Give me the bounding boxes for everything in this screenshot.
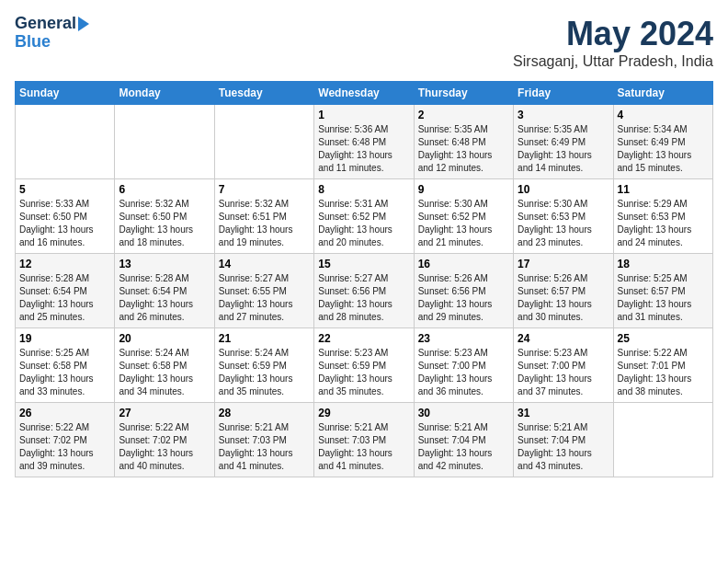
day-info: Sunrise: 5:30 AM Sunset: 6:52 PM Dayligh… [418, 198, 509, 249]
day-number: 27 [119, 407, 210, 419]
day-number: 19 [19, 332, 110, 345]
day-number: 5 [19, 183, 110, 196]
calendar-cell: 13Sunrise: 5:28 AM Sunset: 6:54 PM Dayli… [115, 254, 214, 328]
day-info: Sunrise: 5:21 AM Sunset: 7:03 PM Dayligh… [318, 421, 409, 473]
calendar-cell: 1Sunrise: 5:36 AM Sunset: 6:48 PM Daylig… [314, 105, 414, 179]
calendar-cell: 8Sunrise: 5:31 AM Sunset: 6:52 PM Daylig… [314, 179, 414, 254]
calendar-cell: 20Sunrise: 5:24 AM Sunset: 6:58 PM Dayli… [115, 328, 214, 403]
col-header-saturday: Saturday [613, 82, 712, 105]
day-number: 21 [219, 332, 310, 345]
calendar-header-row: SundayMondayTuesdayWednesdayThursdayFrid… [16, 82, 713, 105]
calendar-cell: 14Sunrise: 5:27 AM Sunset: 6:55 PM Dayli… [214, 254, 313, 328]
calendar-cell: 16Sunrise: 5:26 AM Sunset: 6:56 PM Dayli… [414, 254, 513, 328]
day-number: 18 [618, 258, 709, 270]
day-info: Sunrise: 5:28 AM Sunset: 6:54 PM Dayligh… [119, 272, 210, 324]
calendar-cell [214, 105, 313, 179]
day-info: Sunrise: 5:23 AM Sunset: 7:00 PM Dayligh… [418, 347, 509, 398]
calendar-cell [613, 403, 712, 477]
logo: General Blue [15, 15, 89, 52]
calendar-cell: 28Sunrise: 5:21 AM Sunset: 7:03 PM Dayli… [214, 403, 313, 477]
day-info: Sunrise: 5:32 AM Sunset: 6:50 PM Dayligh… [119, 198, 210, 249]
calendar-cell: 4Sunrise: 5:34 AM Sunset: 6:49 PM Daylig… [613, 105, 712, 179]
calendar-cell: 24Sunrise: 5:23 AM Sunset: 7:00 PM Dayli… [514, 328, 613, 403]
day-info: Sunrise: 5:24 AM Sunset: 6:59 PM Dayligh… [219, 347, 310, 398]
day-number: 28 [219, 407, 310, 419]
day-number: 17 [518, 258, 609, 270]
day-number: 16 [418, 258, 509, 270]
day-number: 2 [418, 109, 509, 121]
calendar-cell: 30Sunrise: 5:21 AM Sunset: 7:04 PM Dayli… [414, 403, 513, 477]
day-info: Sunrise: 5:36 AM Sunset: 6:48 PM Dayligh… [318, 123, 409, 175]
calendar-week-row: 19Sunrise: 5:25 AM Sunset: 6:58 PM Dayli… [16, 328, 713, 403]
calendar-week-row: 1Sunrise: 5:36 AM Sunset: 6:48 PM Daylig… [16, 105, 713, 179]
col-header-thursday: Thursday [414, 82, 513, 105]
day-info: Sunrise: 5:35 AM Sunset: 6:49 PM Dayligh… [518, 123, 609, 175]
day-number: 9 [418, 183, 509, 196]
calendar-week-row: 5Sunrise: 5:33 AM Sunset: 6:50 PM Daylig… [16, 179, 713, 254]
title-block: May 2024 Sirsaganj, Uttar Pradesh, India [513, 15, 713, 70]
day-number: 3 [518, 109, 609, 121]
col-header-wednesday: Wednesday [314, 82, 414, 105]
logo-arrow-icon [78, 17, 89, 31]
day-number: 6 [119, 183, 210, 196]
day-info: Sunrise: 5:31 AM Sunset: 6:52 PM Dayligh… [318, 198, 409, 249]
calendar-cell: 31Sunrise: 5:21 AM Sunset: 7:04 PM Dayli… [514, 403, 613, 477]
day-info: Sunrise: 5:21 AM Sunset: 7:04 PM Dayligh… [418, 421, 509, 473]
day-info: Sunrise: 5:29 AM Sunset: 6:53 PM Dayligh… [618, 198, 709, 249]
calendar-cell: 15Sunrise: 5:27 AM Sunset: 6:56 PM Dayli… [314, 254, 414, 328]
calendar-cell: 7Sunrise: 5:32 AM Sunset: 6:51 PM Daylig… [214, 179, 313, 254]
day-number: 23 [418, 332, 509, 345]
col-header-tuesday: Tuesday [214, 82, 313, 105]
calendar-cell: 29Sunrise: 5:21 AM Sunset: 7:03 PM Dayli… [314, 403, 414, 477]
calendar-cell: 21Sunrise: 5:24 AM Sunset: 6:59 PM Dayli… [214, 328, 313, 403]
day-info: Sunrise: 5:27 AM Sunset: 6:56 PM Dayligh… [318, 272, 409, 324]
calendar-cell: 2Sunrise: 5:35 AM Sunset: 6:48 PM Daylig… [414, 105, 513, 179]
day-number: 4 [618, 109, 709, 121]
day-number: 30 [418, 407, 509, 419]
day-info: Sunrise: 5:23 AM Sunset: 6:59 PM Dayligh… [318, 347, 409, 398]
day-number: 12 [19, 258, 110, 270]
day-info: Sunrise: 5:21 AM Sunset: 7:03 PM Dayligh… [219, 421, 310, 473]
day-info: Sunrise: 5:28 AM Sunset: 6:54 PM Dayligh… [19, 272, 110, 324]
day-info: Sunrise: 5:30 AM Sunset: 6:53 PM Dayligh… [518, 198, 609, 249]
day-number: 14 [219, 258, 310, 270]
day-info: Sunrise: 5:34 AM Sunset: 6:49 PM Dayligh… [618, 123, 709, 175]
page-header: General Blue May 2024 Sirsaganj, Uttar P… [15, 15, 713, 70]
day-info: Sunrise: 5:22 AM Sunset: 7:02 PM Dayligh… [119, 421, 210, 473]
day-info: Sunrise: 5:22 AM Sunset: 7:02 PM Dayligh… [19, 421, 110, 473]
calendar-cell: 10Sunrise: 5:30 AM Sunset: 6:53 PM Dayli… [514, 179, 613, 254]
day-number: 7 [219, 183, 310, 196]
calendar-cell: 11Sunrise: 5:29 AM Sunset: 6:53 PM Dayli… [613, 179, 712, 254]
calendar-cell: 26Sunrise: 5:22 AM Sunset: 7:02 PM Dayli… [16, 403, 115, 477]
day-info: Sunrise: 5:26 AM Sunset: 6:56 PM Dayligh… [418, 272, 509, 324]
day-number: 25 [618, 332, 709, 345]
col-header-monday: Monday [115, 82, 214, 105]
calendar-cell [115, 105, 214, 179]
day-info: Sunrise: 5:22 AM Sunset: 7:01 PM Dayligh… [618, 347, 709, 398]
calendar-cell: 25Sunrise: 5:22 AM Sunset: 7:01 PM Dayli… [613, 328, 712, 403]
day-number: 29 [318, 407, 409, 419]
day-number: 31 [518, 407, 609, 419]
day-number: 13 [119, 258, 210, 270]
day-info: Sunrise: 5:21 AM Sunset: 7:04 PM Dayligh… [518, 421, 609, 473]
calendar-table: SundayMondayTuesdayWednesdayThursdayFrid… [15, 81, 713, 477]
day-info: Sunrise: 5:24 AM Sunset: 6:58 PM Dayligh… [119, 347, 210, 398]
calendar-location: Sirsaganj, Uttar Pradesh, India [513, 53, 713, 70]
calendar-cell: 19Sunrise: 5:25 AM Sunset: 6:58 PM Dayli… [16, 328, 115, 403]
day-number: 11 [618, 183, 709, 196]
calendar-cell: 5Sunrise: 5:33 AM Sunset: 6:50 PM Daylig… [16, 179, 115, 254]
calendar-cell: 27Sunrise: 5:22 AM Sunset: 7:02 PM Dayli… [115, 403, 214, 477]
calendar-cell: 6Sunrise: 5:32 AM Sunset: 6:50 PM Daylig… [115, 179, 214, 254]
day-info: Sunrise: 5:33 AM Sunset: 6:50 PM Dayligh… [19, 198, 110, 249]
day-info: Sunrise: 5:35 AM Sunset: 6:48 PM Dayligh… [418, 123, 509, 175]
logo-general-text: General [15, 15, 76, 33]
day-info: Sunrise: 5:26 AM Sunset: 6:57 PM Dayligh… [518, 272, 609, 324]
day-number: 10 [518, 183, 609, 196]
calendar-cell: 3Sunrise: 5:35 AM Sunset: 6:49 PM Daylig… [514, 105, 613, 179]
calendar-week-row: 26Sunrise: 5:22 AM Sunset: 7:02 PM Dayli… [16, 403, 713, 477]
calendar-cell: 22Sunrise: 5:23 AM Sunset: 6:59 PM Dayli… [314, 328, 414, 403]
calendar-cell: 23Sunrise: 5:23 AM Sunset: 7:00 PM Dayli… [414, 328, 513, 403]
calendar-cell: 9Sunrise: 5:30 AM Sunset: 6:52 PM Daylig… [414, 179, 513, 254]
day-info: Sunrise: 5:32 AM Sunset: 6:51 PM Dayligh… [219, 198, 310, 249]
col-header-sunday: Sunday [16, 82, 115, 105]
